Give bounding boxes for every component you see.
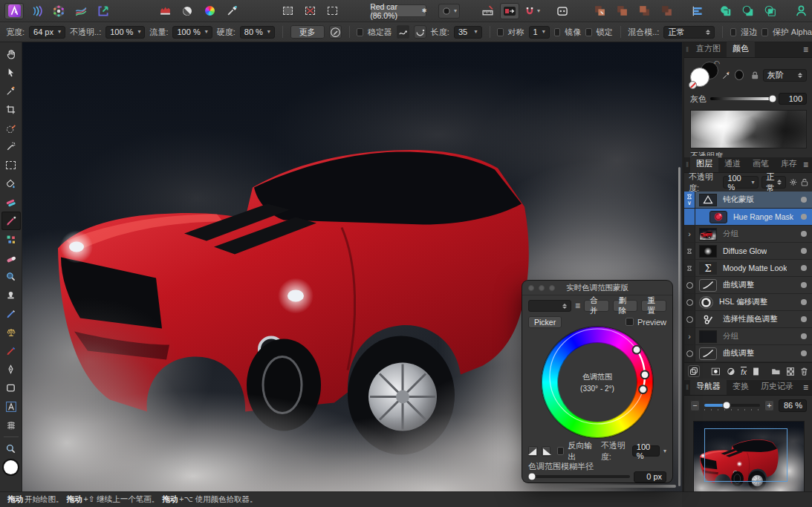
- blend-mode-dropdown[interactable]: 正常: [663, 26, 715, 39]
- color-picker-tool[interactable]: [1, 82, 21, 100]
- deselect-button[interactable]: [301, 3, 320, 19]
- symmetry-count-field[interactable]: 1▾: [529, 26, 550, 39]
- foreground-color-swatch[interactable]: [4, 460, 18, 474]
- layer-blend-dropdown[interactable]: 正常: [761, 176, 786, 189]
- color-mode-dropdown[interactable]: 灰阶: [763, 69, 807, 82]
- auto-contrast-button[interactable]: [178, 3, 197, 19]
- tab-stock[interactable]: 库存: [775, 156, 803, 172]
- add-live-filter-icon[interactable]: [753, 367, 759, 376]
- layer-row-unsharp-mask[interactable]: ∨ 钝化蒙版: [684, 192, 812, 209]
- flood-fill-tool[interactable]: [1, 174, 21, 193]
- zoom-slider[interactable]: [704, 404, 760, 407]
- force-pixel-alignment-button[interactable]: [500, 3, 519, 19]
- assistant-button[interactable]: [553, 3, 572, 19]
- collapse-icon[interactable]: ›: [688, 229, 691, 238]
- preset-dropdown[interactable]: [528, 300, 571, 312]
- layer-row-curves-1[interactable]: 曲线调整: [684, 277, 812, 294]
- auto-levels-button[interactable]: [155, 3, 175, 19]
- paint-mixer-brush-tool[interactable]: [1, 341, 21, 360]
- tab-history[interactable]: 历史记录: [755, 379, 799, 395]
- move-forward-button[interactable]: [612, 3, 631, 19]
- layer-visibility-toggle[interactable]: [801, 214, 807, 220]
- rope-stabilizer-button[interactable]: [397, 25, 409, 39]
- navigator-thumbnail[interactable]: [693, 421, 805, 497]
- color-wells[interactable]: ⤺: [690, 62, 718, 88]
- tab-navigator[interactable]: 导航器: [690, 379, 727, 395]
- panel-menu-icon[interactable]: ≡: [803, 45, 808, 55]
- boolean-intersect-button[interactable]: [761, 3, 780, 19]
- export-persona-button[interactable]: [94, 3, 113, 19]
- canvas-horizontal-scrollbar[interactable]: [563, 485, 676, 488]
- move-tool[interactable]: [1, 63, 21, 82]
- hue-wheel[interactable]: 色调范围 (330° - 2°): [542, 327, 653, 438]
- smudge-tool[interactable]: [1, 304, 21, 323]
- lock-icon[interactable]: [751, 71, 759, 80]
- ramp-down-button[interactable]: [542, 446, 551, 457]
- move-by-whole-pixels-button[interactable]: ▾: [522, 3, 542, 19]
- wet-edges-checkbox[interactable]: [730, 28, 736, 36]
- picker-button[interactable]: Picker: [528, 316, 562, 328]
- eraser-tool[interactable]: [1, 249, 21, 267]
- alignment-button[interactable]: [688, 3, 707, 19]
- layer-row-moody-matte-look[interactable]: Σ Moody Matte Look: [684, 260, 812, 277]
- layer-row-group-1[interactable]: ›: [684, 226, 812, 243]
- tone-mapping-persona-button[interactable]: [71, 3, 91, 19]
- close-window-button[interactable]: [528, 285, 534, 291]
- tab-color[interactable]: 颜色: [727, 41, 755, 57]
- view-mode-dropdown[interactable]: ▾: [438, 4, 460, 19]
- collapse-icon[interactable]: ›: [688, 332, 691, 341]
- paint-brush-tool[interactable]: [1, 212, 21, 230]
- add-layer-effects-icon[interactable]: fx: [741, 367, 747, 376]
- layer-visibility-toggle[interactable]: [801, 299, 807, 305]
- symmetry-checkbox[interactable]: [497, 28, 503, 36]
- layer-row-selective-color[interactable]: 选择性颜色调整: [684, 311, 812, 328]
- gray-value[interactable]: 100: [779, 93, 807, 105]
- zoom-slider-knob[interactable]: [722, 402, 730, 410]
- edit-brush-button[interactable]: [329, 25, 342, 39]
- view-tool[interactable]: [1, 45, 21, 63]
- develop-persona-button[interactable]: [49, 3, 68, 19]
- hardness-field[interactable]: 80 %▾: [240, 26, 275, 39]
- move-to-front-button[interactable]: [590, 3, 609, 19]
- mirror-checkbox[interactable]: [554, 28, 560, 36]
- layer-row-group-2[interactable]: › 分组: [684, 328, 812, 345]
- invert-selection-button[interactable]: [323, 3, 342, 19]
- panel-grip[interactable]: ‖: [684, 380, 690, 395]
- zoom-value[interactable]: 86 %: [779, 399, 807, 412]
- boolean-subtract-button[interactable]: [738, 3, 758, 19]
- tab-transform[interactable]: 变换: [727, 379, 755, 395]
- boolean-add-button[interactable]: [716, 3, 735, 19]
- delete-button[interactable]: 删除: [613, 300, 638, 312]
- tab-channels[interactable]: 通道: [718, 156, 747, 172]
- layer-visibility-toggle[interactable]: [801, 282, 807, 288]
- protect-alpha-checkbox[interactable]: [761, 28, 767, 36]
- stabilizer-checkbox[interactable]: [357, 28, 363, 36]
- layer-visibility-toggle[interactable]: [801, 231, 807, 237]
- move-backward-button[interactable]: [634, 3, 654, 19]
- chevron-down-icon[interactable]: ▾: [663, 448, 666, 454]
- layer-row-curves-2[interactable]: 曲线调整: [684, 345, 812, 362]
- layer-lock-icon[interactable]: [801, 177, 808, 187]
- navigator-viewport-rect[interactable]: [704, 428, 787, 482]
- more-button[interactable]: 更多: [290, 25, 325, 39]
- invert-output-checkbox[interactable]: [557, 447, 564, 455]
- rasterize-icon[interactable]: [787, 367, 794, 376]
- flow-field[interactable]: 100 %▾: [172, 26, 212, 39]
- layer-visibility-toggle[interactable]: [801, 350, 807, 356]
- width-field[interactable]: 64 px▾: [29, 26, 65, 39]
- dialog-opacity-value[interactable]: 100 %: [632, 445, 660, 457]
- expand-icon[interactable]: ∨: [687, 200, 692, 206]
- length-field[interactable]: 35▾: [454, 26, 482, 39]
- zoom-in-button[interactable]: +: [764, 400, 774, 411]
- liquify-persona-button[interactable]: [27, 3, 46, 19]
- blur-radius-knob[interactable]: [528, 473, 536, 481]
- canvas-vertical-scrollbar[interactable]: [678, 167, 681, 486]
- dialog-titlebar[interactable]: 实时色调范围蒙版: [522, 281, 672, 295]
- text-tool[interactable]: [1, 397, 21, 416]
- preset-menu-icon[interactable]: ≡: [575, 301, 580, 311]
- tab-layers[interactable]: 图层: [690, 156, 718, 172]
- layer-settings-gear-icon[interactable]: [789, 177, 798, 187]
- minimize-window-button[interactable]: [539, 285, 545, 291]
- selection-brush-tool[interactable]: [1, 119, 21, 137]
- layer-opacity-field[interactable]: 100 %▾: [723, 176, 759, 189]
